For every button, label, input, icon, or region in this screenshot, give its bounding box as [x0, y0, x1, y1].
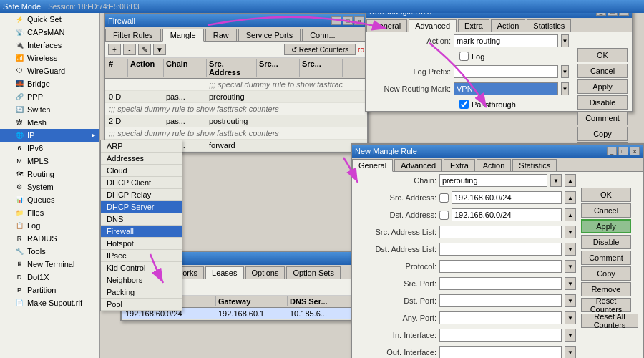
mangle2-apply-btn[interactable]: Apply	[581, 219, 631, 233]
mangle1-disable-btn[interactable]: Disable	[577, 95, 628, 110]
firewall-tab-service-ports[interactable]: Service Ports	[238, 29, 301, 41]
mangle2-srcaddrlist-input[interactable]	[439, 226, 562, 238]
sidebar-item-files[interactable]: 📁Files	[0, 206, 99, 219]
mangle1-tab-advanced[interactable]: Advanced	[409, 19, 457, 32]
mangle2-maximize-btn[interactable]: □	[618, 147, 628, 155]
mangle2-ok-btn[interactable]: OK	[581, 188, 631, 202]
sidebar-item-switch[interactable]: 🔄Switch	[0, 103, 99, 116]
sidebar-item-queues[interactable]: 📊Queues	[0, 193, 99, 206]
submenu-kidcontrol[interactable]: Kid Control	[101, 262, 182, 274]
mangle2-tab-action[interactable]: Action	[477, 159, 512, 171]
sidebar-item-terminal[interactable]: 🖥New Terminal	[0, 258, 99, 271]
mangle1-log-checkbox[interactable]	[459, 52, 469, 61]
submenu-dhcp-relay[interactable]: DHCP Relay	[101, 189, 182, 201]
mangle2-cancel-btn[interactable]: Cancel	[581, 203, 631, 218]
mangle2-protocol-dropdown[interactable]: ▼	[565, 260, 576, 273]
mangle2-tab-extra[interactable]: Extra	[444, 159, 475, 171]
mangle2-reset-counters-btn[interactable]: Reset Counters	[581, 298, 631, 312]
submenu-pool[interactable]: Pool	[101, 299, 182, 311]
firewall-tab-filter[interactable]: Filter Rules	[105, 29, 161, 41]
submenu-firewall[interactable]: Firewall	[101, 226, 182, 238]
sidebar-item-interfaces[interactable]: 🔌Interfaces	[0, 39, 99, 52]
mangle2-tab-general[interactable]: General	[352, 159, 393, 172]
table-row[interactable]: ;;; special dummy rule to show fasttrack…	[105, 79, 367, 91]
mangle2-srcport-input[interactable]	[439, 277, 562, 290]
mangle2-ininterface-input[interactable]	[439, 329, 562, 342]
sidebar-item-routing[interactable]: 🗺Routing	[0, 168, 99, 180]
firewall-reset-btn[interactable]: ↺ Reset Counters	[284, 44, 356, 55]
mangle1-routemark-dropdown[interactable]: ▼	[561, 82, 569, 95]
mangle2-tab-advanced[interactable]: Advanced	[394, 159, 442, 171]
mangle2-srcport-dropdown[interactable]: ▼	[565, 277, 576, 290]
table-row[interactable]: 2 D pas... postrouting	[105, 115, 367, 127]
submenu-packing[interactable]: Packing	[101, 286, 182, 299]
dhcp-tab-optionsets[interactable]: Option Sets	[286, 266, 340, 279]
mangle1-tab-extra[interactable]: Extra	[458, 19, 489, 32]
submenu-dhcp-server[interactable]: DHCP Server	[101, 201, 182, 213]
mangle2-protocol-input[interactable]	[439, 260, 562, 273]
mangle1-action-dropdown[interactable]: ▼	[561, 34, 569, 47]
mangle1-apply-btn[interactable]: Apply	[577, 79, 628, 94]
sidebar-item-system[interactable]: ⚙System	[0, 180, 99, 193]
table-row[interactable]: 0 D pas... prerouting	[105, 91, 367, 103]
mangle2-chain-dropdown[interactable]: ▼	[550, 174, 562, 187]
mangle2-outinterface-input[interactable]	[439, 346, 562, 358]
firewall-tab-raw[interactable]: Raw	[205, 29, 237, 41]
dhcp-tab-leases[interactable]: Leases	[205, 266, 243, 279]
mangle2-disable-btn[interactable]: Disable	[581, 235, 631, 249]
firewall-maximize-btn[interactable]: □	[343, 16, 353, 25]
sidebar-item-ip[interactable]: 🌐IP	[0, 129, 99, 142]
sidebar-item-ipv6[interactable]: 6IPv6	[0, 142, 99, 155]
firewall-tab-conn[interactable]: Conn...	[302, 29, 343, 41]
mangle1-ok-btn[interactable]: OK	[577, 48, 628, 62]
mangle2-ininterface-dropdown[interactable]: ▼	[565, 329, 576, 342]
mangle1-copy-btn[interactable]: Copy	[577, 127, 628, 141]
mangle2-dstaddr-checkbox[interactable]	[439, 211, 449, 220]
sidebar-item-partition[interactable]: PPartition	[0, 284, 99, 296]
mangle2-chain-input[interactable]	[439, 174, 547, 187]
firewall-copy-btn[interactable]: ✎	[138, 44, 151, 55]
submenu-neighbors[interactable]: Neighbors	[101, 274, 182, 286]
firewall-close-btn[interactable]: ×	[354, 16, 364, 25]
submenu-addresses[interactable]: Addresses	[101, 153, 182, 165]
mangle2-outinterface-dropdown[interactable]: ▼	[565, 346, 576, 358]
mangle1-cancel-btn[interactable]: Cancel	[577, 64, 628, 78]
sidebar-item-bridge[interactable]: 🌉Bridge	[0, 77, 99, 90]
firewall-tab-mangle[interactable]: Mangle	[162, 29, 204, 42]
mangle1-action-input[interactable]	[454, 34, 558, 47]
mangle2-close-btn[interactable]: ×	[630, 147, 640, 155]
dhcp-tab-options[interactable]: Options	[245, 266, 286, 279]
mangle1-routemark-input[interactable]	[454, 82, 558, 95]
sidebar-item-dot1x[interactable]: DDot1X	[0, 271, 99, 284]
mangle2-dstaddr-input[interactable]	[452, 208, 562, 221]
mangle1-logprefix-dropdown[interactable]: ▼	[561, 65, 569, 78]
submenu-ipsec[interactable]: IPsec	[101, 250, 182, 262]
mangle1-tab-general[interactable]: General	[366, 19, 407, 32]
mangle2-chain-up[interactable]: ▲	[565, 174, 576, 187]
mangle2-dstaddr-up[interactable]: ▲	[565, 208, 576, 221]
mangle1-logprefix-input[interactable]	[454, 65, 558, 78]
table-row[interactable]: ;;; special dummy rule to show fasttrack…	[105, 127, 367, 140]
mangle2-dstaddrlist-dropdown[interactable]: ▼	[565, 243, 576, 256]
submenu-arp[interactable]: ARP	[101, 140, 182, 153]
mangle2-anyport-dropdown[interactable]: ▼	[565, 311, 576, 324]
mangle2-srcaddr-checkbox[interactable]	[439, 193, 449, 203]
sidebar-item-ppp[interactable]: 🔗PPP	[0, 90, 99, 103]
mangle2-dstport-dropdown[interactable]: ▼	[565, 294, 576, 307]
sidebar-item-capsman[interactable]: 📡CAPsMAN	[0, 26, 99, 39]
firewall-add-btn[interactable]: +	[108, 44, 121, 55]
mangle2-srcaddr-input[interactable]	[452, 191, 562, 204]
mangle1-comment-btn[interactable]: Comment	[577, 111, 628, 125]
sidebar-item-wireguard[interactable]: 🛡WireGuard	[0, 64, 99, 77]
sidebar-item-wireless[interactable]: 📶Wireless	[0, 52, 99, 64]
sidebar-item-log[interactable]: 📋Log	[0, 219, 99, 232]
sidebar-item-mesh[interactable]: 🕸Mesh	[0, 116, 99, 129]
mangle2-tab-stats[interactable]: Statistics	[512, 159, 557, 171]
mangle2-dstport-input[interactable]	[439, 294, 562, 307]
mangle2-srcaddrlist-dropdown[interactable]: ▼	[565, 226, 576, 238]
mangle2-minimize-btn[interactable]: _	[607, 147, 617, 155]
mangle2-dstaddrlist-input[interactable]	[439, 243, 562, 256]
sidebar-item-supout[interactable]: 📄Make Supout.rif	[0, 296, 99, 309]
mangle1-tab-stats[interactable]: Statistics	[527, 19, 571, 32]
firewall-remove-btn[interactable]: -	[123, 44, 136, 55]
